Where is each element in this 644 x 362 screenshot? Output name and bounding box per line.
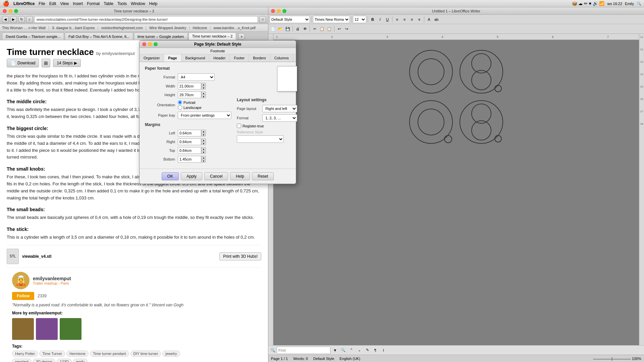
- size-selector[interactable]: 12: [353, 16, 366, 23]
- bookmark-4[interactable]: Wire Wrapped Jewelry: [149, 26, 186, 30]
- reload-button[interactable]: ↻: [18, 16, 25, 23]
- thumbnail-1[interactable]: [12, 318, 34, 340]
- top-down[interactable]: ▼: [201, 150, 206, 154]
- save-btn[interactable]: 💾: [284, 25, 291, 33]
- writer-min-btn[interactable]: [277, 9, 281, 13]
- menu-insert[interactable]: Insert: [73, 1, 83, 6]
- steps-button[interactable]: 14 Steps ▶: [53, 59, 80, 67]
- menu-format[interactable]: Format: [87, 1, 100, 6]
- new-tab-button[interactable]: +: [238, 33, 245, 40]
- height-spinner[interactable]: ▲ ▼: [178, 92, 206, 98]
- color-button[interactable]: A: [426, 16, 432, 23]
- portrait-option[interactable]: Portrait: [178, 100, 202, 105]
- width-spinner-btns[interactable]: ▲ ▼: [201, 83, 206, 89]
- menu-help[interactable]: Help: [149, 1, 158, 6]
- redo-btn[interactable]: ↪: [343, 25, 350, 33]
- register-checkbox[interactable]: [237, 124, 241, 128]
- highlight-button[interactable]: ab: [433, 16, 440, 23]
- left-spinner-btns[interactable]: ▲ ▼: [201, 130, 206, 136]
- forward-button[interactable]: ▶: [10, 16, 17, 23]
- print-button[interactable]: Print with 3D Hubs!: [219, 252, 261, 260]
- writer-max-btn[interactable]: [282, 9, 286, 13]
- bottom-up[interactable]: ▲: [201, 156, 206, 159]
- dialog-min-btn[interactable]: [148, 42, 152, 46]
- bold-button[interactable]: B: [369, 16, 376, 23]
- find-toolbar-3[interactable]: ✎: [364, 347, 371, 354]
- cut-btn[interactable]: ✂: [311, 25, 318, 33]
- tab-1[interactable]: David Guetta – Titanium songte...: [2, 33, 64, 40]
- top-up[interactable]: ▲: [201, 147, 206, 150]
- apple-logo[interactable]: 🍎: [3, 0, 9, 7]
- thumbnail-3[interactable]: [60, 318, 82, 340]
- paper-tray-select[interactable]: From printer settings: [178, 112, 231, 119]
- tag-hermione[interactable]: Hermione: [66, 351, 89, 357]
- format-select[interactable]: A4: [178, 73, 215, 81]
- portrait-radio[interactable]: [178, 100, 182, 105]
- menu-file[interactable]: File: [39, 1, 45, 6]
- follow-button[interactable]: Follow: [12, 292, 34, 300]
- top-spinner-btns[interactable]: ▲ ▼: [201, 147, 206, 154]
- width-spinner[interactable]: ▲ ▼: [178, 83, 206, 89]
- new-btn[interactable]: 📄: [270, 25, 276, 33]
- tag-emily[interactable]: emily: [73, 359, 88, 362]
- right-down[interactable]: ▼: [201, 142, 206, 145]
- left-up[interactable]: ▲: [201, 130, 206, 133]
- italic-button[interactable]: I: [377, 16, 383, 23]
- width-input[interactable]: [178, 83, 201, 89]
- find-options-button[interactable]: ▼: [332, 347, 338, 354]
- bottom-input[interactable]: [178, 156, 201, 163]
- ok-button[interactable]: OK: [162, 172, 179, 180]
- tag-123d[interactable]: 123D: [57, 359, 71, 362]
- help-button[interactable]: Help: [230, 172, 250, 180]
- tag-time-turner[interactable]: Time Turner: [39, 351, 65, 357]
- find-search-button[interactable]: 🔍: [340, 347, 346, 354]
- writer-page-area[interactable]: [273, 40, 639, 345]
- browser-max-btn[interactable]: [14, 9, 18, 13]
- paste-btn[interactable]: 📋: [326, 25, 333, 33]
- top-input[interactable]: [178, 147, 201, 154]
- bottom-spinner[interactable]: ▲ ▼: [178, 156, 206, 163]
- tab-page[interactable]: Page: [164, 54, 181, 62]
- bookmark-2[interactable]: 3- daagse b…bant Expres: [52, 26, 95, 30]
- bookmark-3[interactable]: nototonthehighstreet.com: [101, 26, 143, 30]
- reset-button[interactable]: Reset: [252, 172, 274, 180]
- writer-close-btn[interactable]: [271, 9, 275, 13]
- find-toolbar-4[interactable]: ¶: [372, 347, 379, 354]
- dialog-max-btn[interactable]: [154, 42, 158, 46]
- search-icon[interactable]: 🔍: [637, 1, 641, 6]
- bottom-down[interactable]: ▼: [201, 159, 206, 163]
- style-selector[interactable]: Default Style: [270, 16, 310, 23]
- tag-diy[interactable]: DIY time turner: [130, 351, 161, 357]
- find-toolbar-1[interactable]: ⌃: [348, 347, 355, 354]
- bookmark-5[interactable]: Helicone: [193, 26, 207, 30]
- landscape-option[interactable]: Landscape: [178, 105, 202, 110]
- tab-4[interactable]: Time turner necklace – 2: [189, 33, 236, 40]
- open-btn[interactable]: 📂: [277, 25, 284, 33]
- width-up[interactable]: ▲: [201, 83, 206, 86]
- cancel-button[interactable]: Cancel: [204, 172, 228, 180]
- tag-3d-design[interactable]: 3D design: [33, 359, 56, 362]
- tab-2[interactable]: Fall Out Boy – This Ain't A Scene, It...: [65, 33, 133, 40]
- menu-window[interactable]: Window: [131, 1, 145, 6]
- download-button[interactable]: 📄 Download: [7, 59, 39, 67]
- bookmark-button[interactable]: ☆: [259, 16, 266, 23]
- tag-pendant-2[interactable]: pendant: [12, 359, 32, 362]
- height-input[interactable]: [178, 92, 201, 98]
- tag-harry-potter[interactable]: Harry Potter: [12, 351, 38, 357]
- left-input[interactable]: [178, 130, 201, 136]
- tab-organizer[interactable]: Organizer: [140, 54, 164, 62]
- home-button[interactable]: ⌂: [26, 16, 33, 23]
- thumbnail-2[interactable]: [36, 318, 58, 340]
- justify-button[interactable]: ≡: [416, 16, 423, 23]
- find-toolbar-5[interactable]: I: [380, 347, 387, 354]
- align-right-button[interactable]: ≡: [409, 16, 415, 23]
- left-spinner[interactable]: ▲ ▼: [178, 130, 206, 136]
- grid-view-button[interactable]: ⊞: [42, 59, 50, 67]
- undo-btn[interactable]: ↩: [336, 25, 342, 33]
- page-layout-select[interactable]: Right and left: [262, 105, 297, 112]
- menu-table[interactable]: Table: [104, 1, 113, 6]
- height-spinner-btns[interactable]: ▲ ▼: [201, 92, 206, 98]
- width-down[interactable]: ▼: [201, 86, 206, 89]
- back-button[interactable]: ◀: [2, 16, 9, 23]
- preview-btn[interactable]: 👁: [302, 25, 308, 33]
